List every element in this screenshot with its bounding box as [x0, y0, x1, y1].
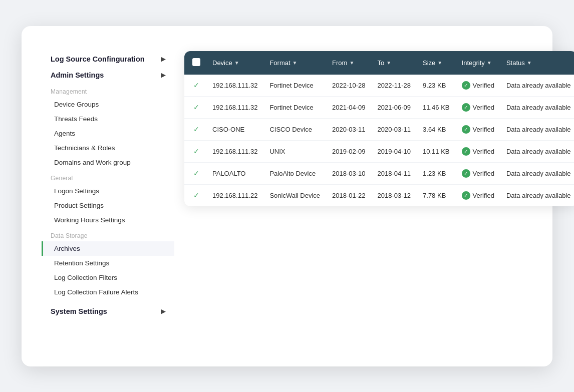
row-format: SonicWall Device — [263, 184, 326, 206]
row-device: 192.168.111.32 — [206, 140, 263, 162]
data-storage-category-label: Data Storage — [42, 227, 174, 241]
row-integrity: ✓ Verified — [456, 184, 500, 206]
row-size: 3.64 KB — [417, 118, 456, 140]
sidebar-item-product-settings[interactable]: Product Settings — [42, 198, 174, 213]
sidebar-item-domains-workgroup[interactable]: Domains and Work group — [42, 155, 174, 170]
row-to: 2021-06-09 — [372, 96, 417, 118]
format-sort-icon: ▼ — [293, 60, 298, 66]
size-sort-icon: ▼ — [437, 60, 442, 66]
sidebar-section-log-source[interactable]: Log Source Confinguration ▶ — [42, 51, 174, 67]
sidebar-item-log-collection-filters[interactable]: Log Collection Filters — [42, 270, 174, 285]
row-status: Data already available — [500, 96, 574, 118]
row-device: 192.168.111.32 — [206, 75, 263, 97]
sidebar-item-technicians-roles[interactable]: Technicians & Roles — [42, 141, 174, 155]
row-integrity: ✓ Verified — [456, 118, 500, 140]
sidebar-item-logon-settings[interactable]: Logon Settings — [42, 184, 174, 198]
management-category-label: Management — [42, 83, 174, 97]
row-integrity: ✓ Verified — [456, 96, 500, 118]
th-size[interactable]: Size ▼ — [417, 51, 456, 75]
th-from[interactable]: From ▼ — [326, 51, 372, 75]
th-integrity[interactable]: Integrity ▼ — [456, 51, 500, 75]
row-size: 1.23 KB — [417, 162, 456, 184]
row-checkbox-cell[interactable]: ✓ — [184, 184, 206, 206]
integrity-check-icon: ✓ — [462, 81, 470, 90]
row-device: 192.168.111.22 — [206, 184, 263, 206]
table-row: ✓ 192.168.111.22 SonicWall Device 2018-0… — [184, 184, 574, 206]
row-checkbox-cell[interactable]: ✓ — [184, 140, 206, 162]
archives-table: Device ▼ Format ▼ From — [184, 51, 574, 206]
table-row: ✓ PALOALTO PaloAlto Device 2018-03-10 20… — [184, 162, 574, 184]
row-integrity: ✓ Verified — [456, 140, 500, 162]
sidebar-item-device-groups[interactable]: Device Groups — [42, 97, 174, 112]
row-from: 2020-03-11 — [326, 118, 372, 140]
th-to[interactable]: To ▼ — [372, 51, 417, 75]
row-to: 2019-04-10 — [372, 140, 417, 162]
row-check-icon: ✓ — [192, 103, 200, 111]
row-check-icon: ✓ — [192, 191, 200, 199]
sidebar-system-settings-label: System Settings — [51, 307, 107, 315]
row-to: 2018-03-12 — [372, 184, 417, 206]
main-card: Log Source Confinguration ▶ Admin Settin… — [22, 26, 552, 366]
row-size: 11.46 KB — [417, 96, 456, 118]
general-category-label: General — [42, 170, 174, 184]
integrity-check-icon: ✓ — [462, 191, 470, 200]
row-check-icon: ✓ — [192, 169, 200, 177]
sidebar-section-system-settings[interactable]: System Settings ▶ — [42, 303, 174, 319]
row-format: UNIX — [263, 140, 326, 162]
th-status[interactable]: Status ▼ — [500, 51, 574, 75]
row-status: Data already available — [500, 162, 574, 184]
sidebar-admin-settings-label: Admin Settings — [51, 71, 104, 79]
integrity-label: Verified — [473, 104, 494, 111]
row-check-icon: ✓ — [192, 125, 200, 133]
row-device: PALOALTO — [206, 162, 263, 184]
row-from: 2019-02-09 — [326, 140, 372, 162]
sidebar-item-threats-feeds[interactable]: Threats Feeds — [42, 112, 174, 126]
to-sort-icon: ▼ — [386, 60, 391, 66]
integrity-check-icon: ✓ — [462, 169, 470, 178]
row-checkbox-cell[interactable]: ✓ — [184, 162, 206, 184]
integrity-check-icon: ✓ — [462, 103, 470, 112]
sidebar-log-source-label: Log Source Confinguration — [51, 55, 145, 63]
sidebar-item-archives[interactable]: Archives — [42, 241, 174, 256]
row-device: 192.168.111.32 — [206, 96, 263, 118]
row-format: CISCO Device — [263, 118, 326, 140]
row-check-icon: ✓ — [192, 81, 200, 89]
admin-settings-arrow-icon: ▶ — [161, 72, 165, 79]
row-device: CISO-ONE — [206, 118, 263, 140]
device-sort-icon: ▼ — [234, 60, 239, 66]
sidebar-item-log-collection-failure-alerts[interactable]: Log Collection Failure Alerts — [42, 285, 174, 299]
row-to: 2022-11-28 — [372, 75, 417, 97]
sidebar-section-admin-settings[interactable]: Admin Settings ▶ — [42, 67, 174, 83]
status-sort-icon: ▼ — [527, 60, 532, 66]
sidebar-item-agents[interactable]: Agents — [42, 126, 174, 141]
row-checkbox-cell[interactable]: ✓ — [184, 75, 206, 97]
select-all-checkbox[interactable] — [192, 58, 200, 66]
th-device[interactable]: Device ▼ — [206, 51, 263, 75]
main-content: Device ▼ Format ▼ From — [174, 46, 574, 206]
sidebar: Log Source Confinguration ▶ Admin Settin… — [42, 46, 174, 324]
integrity-check-icon: ✓ — [462, 125, 470, 134]
row-from: 2018-01-22 — [326, 184, 372, 206]
select-all-column[interactable] — [184, 51, 206, 75]
row-status: Data already available — [500, 140, 574, 162]
table-row: ✓ 192.168.111.32 Fortinet Device 2022-10… — [184, 75, 574, 97]
row-format: Fortinet Device — [263, 96, 326, 118]
table-row: ✓ 192.168.111.32 Fortinet Device 2021-04… — [184, 96, 574, 118]
integrity-label: Verified — [473, 170, 494, 177]
th-format[interactable]: Format ▼ — [263, 51, 326, 75]
row-status: Data already available — [500, 75, 574, 97]
row-checkbox-cell[interactable]: ✓ — [184, 96, 206, 118]
integrity-label: Verified — [473, 148, 494, 155]
sidebar-item-retention-settings[interactable]: Retention Settings — [42, 256, 174, 270]
row-status: Data already available — [500, 184, 574, 206]
row-size: 9.23 KB — [417, 75, 456, 97]
sidebar-item-working-hours[interactable]: Working Hours Settings — [42, 213, 174, 227]
integrity-label: Verified — [473, 82, 494, 89]
integrity-label: Verified — [473, 126, 494, 133]
row-size: 10.11 KB — [417, 140, 456, 162]
row-to: 2018-04-11 — [372, 162, 417, 184]
table-row: ✓ 192.168.111.32 UNIX 2019-02-09 2019-04… — [184, 140, 574, 162]
row-format: PaloAlto Device — [263, 162, 326, 184]
row-integrity: ✓ Verified — [456, 75, 500, 97]
row-checkbox-cell[interactable]: ✓ — [184, 118, 206, 140]
